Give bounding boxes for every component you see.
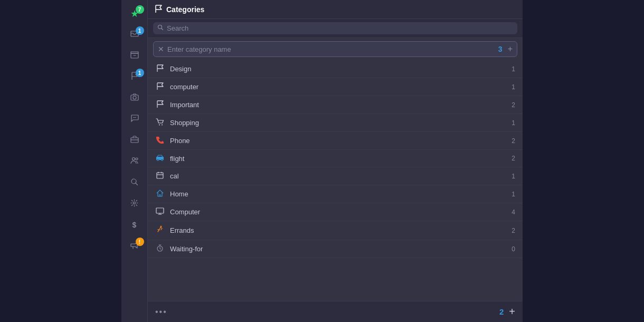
category-icon bbox=[155, 172, 165, 181]
confirm-add-category-button[interactable]: + bbox=[508, 44, 513, 54]
svg-point-13 bbox=[158, 25, 162, 29]
category-name: Phone bbox=[170, 137, 506, 145]
star-badge: 7 bbox=[136, 5, 144, 14]
category-count: 1 bbox=[512, 83, 515, 91]
list-item[interactable]: cal 1 bbox=[148, 167, 523, 185]
svg-rect-20 bbox=[159, 194, 161, 196]
category-icon bbox=[155, 82, 165, 91]
archive-icon bbox=[130, 51, 139, 61]
sidebar-item-inbox[interactable]: 1 bbox=[124, 25, 145, 44]
search-input[interactable] bbox=[167, 24, 513, 32]
categories-header-icon bbox=[155, 5, 162, 14]
sidebar-item-announcements[interactable]: ! bbox=[124, 236, 145, 255]
category-icon bbox=[155, 64, 165, 73]
category-icon bbox=[155, 136, 165, 145]
category-count: 2 bbox=[512, 137, 515, 145]
panel-title: Categories bbox=[166, 5, 204, 14]
svg-point-10 bbox=[136, 158, 138, 160]
app-container: ★ 7 1 bbox=[121, 0, 523, 322]
svg-point-4 bbox=[133, 96, 136, 99]
more-options-button[interactable]: ••• bbox=[155, 307, 167, 317]
search-sidebar-icon bbox=[130, 178, 138, 188]
category-icon bbox=[155, 190, 165, 198]
sidebar-item-settings[interactable] bbox=[124, 194, 145, 213]
sidebar-item-briefcase[interactable] bbox=[124, 131, 145, 150]
list-item[interactable]: Computer 4 bbox=[148, 203, 523, 221]
category-icon bbox=[155, 118, 165, 127]
svg-rect-21 bbox=[156, 208, 164, 213]
main-panel: Categories ✕ 3 + Design bbox=[148, 0, 523, 322]
list-item[interactable]: Home 1 bbox=[148, 185, 523, 203]
briefcase-icon bbox=[130, 136, 139, 145]
add-category-count: 3 bbox=[498, 45, 503, 53]
sidebar-item-flag[interactable]: 1 bbox=[124, 68, 145, 87]
category-icon bbox=[155, 225, 165, 235]
category-count: 4 bbox=[512, 209, 515, 216]
sidebar-item-billing[interactable]: $ bbox=[124, 215, 145, 234]
sidebar-item-chat[interactable] bbox=[124, 110, 145, 129]
dollar-icon: $ bbox=[132, 221, 137, 229]
search-bar-container bbox=[148, 19, 523, 38]
list-item[interactable]: computer 1 bbox=[148, 78, 523, 96]
search-input-wrap[interactable] bbox=[153, 22, 517, 34]
list-item[interactable]: Waiting-for 0 bbox=[148, 240, 523, 258]
svg-point-6 bbox=[134, 117, 135, 118]
footer-count: 2 bbox=[499, 307, 504, 316]
sidebar: ★ 7 1 bbox=[121, 0, 148, 322]
category-count: 2 bbox=[512, 155, 515, 162]
category-name: computer bbox=[170, 83, 506, 91]
svg-point-17 bbox=[157, 159, 159, 161]
category-count: 2 bbox=[512, 227, 515, 234]
list-item[interactable]: Errands 2 bbox=[148, 221, 523, 240]
category-name: Computer bbox=[170, 208, 506, 216]
category-icon bbox=[155, 207, 165, 216]
list-item[interactable]: Phone 2 bbox=[148, 132, 523, 150]
category-name: Waiting-for bbox=[170, 245, 506, 253]
category-icon bbox=[155, 154, 165, 163]
inbox-badge: 1 bbox=[136, 26, 144, 35]
list-item[interactable]: Shopping 1 bbox=[148, 114, 523, 132]
sidebar-item-archive[interactable] bbox=[124, 46, 145, 65]
category-count: 1 bbox=[512, 173, 515, 180]
svg-point-9 bbox=[132, 158, 135, 160]
list-item[interactable]: Important 2 bbox=[148, 96, 523, 114]
sidebar-item-people[interactable] bbox=[124, 152, 145, 171]
sidebar-item-search[interactable] bbox=[124, 173, 145, 192]
category-count: 2 bbox=[512, 101, 515, 109]
list-item[interactable]: Design 1 bbox=[148, 60, 523, 78]
announce-badge: ! bbox=[136, 238, 144, 246]
list-item[interactable]: flight 2 bbox=[148, 150, 523, 167]
add-category-input[interactable] bbox=[167, 45, 495, 53]
add-button[interactable]: + bbox=[509, 306, 515, 318]
footer-actions: 2 + bbox=[499, 306, 515, 318]
gear-icon bbox=[130, 199, 138, 209]
category-count: 1 bbox=[512, 119, 515, 127]
svg-rect-19 bbox=[157, 173, 163, 178]
people-icon bbox=[130, 157, 139, 166]
category-name: Errands bbox=[170, 226, 506, 234]
chat-icon bbox=[130, 114, 139, 125]
category-icon bbox=[155, 244, 165, 253]
category-list: Design 1 computer 1 Important 2 Shopping… bbox=[148, 60, 523, 301]
svg-point-14 bbox=[159, 125, 160, 126]
add-category-row: ✕ 3 + bbox=[153, 41, 517, 57]
panel-header: Categories bbox=[148, 0, 523, 19]
search-icon bbox=[157, 24, 164, 32]
category-name: Shopping bbox=[170, 119, 506, 127]
sidebar-item-camera[interactable] bbox=[124, 89, 145, 108]
category-name: Design bbox=[170, 65, 506, 73]
category-count: 1 bbox=[512, 65, 515, 73]
close-add-category-button[interactable]: ✕ bbox=[158, 45, 164, 53]
flag-badge: 1 bbox=[136, 69, 144, 77]
svg-point-15 bbox=[162, 125, 163, 126]
sidebar-item-star[interactable]: ★ 7 bbox=[124, 4, 145, 23]
category-name: Important bbox=[170, 101, 506, 109]
svg-point-12 bbox=[134, 202, 136, 204]
svg-point-5 bbox=[133, 117, 134, 118]
svg-point-18 bbox=[162, 159, 163, 161]
category-name: flight bbox=[170, 155, 506, 163]
panel-footer: ••• 2 + bbox=[148, 301, 523, 322]
category-count: 0 bbox=[512, 245, 515, 253]
svg-point-7 bbox=[135, 117, 136, 118]
category-count: 1 bbox=[512, 191, 515, 198]
